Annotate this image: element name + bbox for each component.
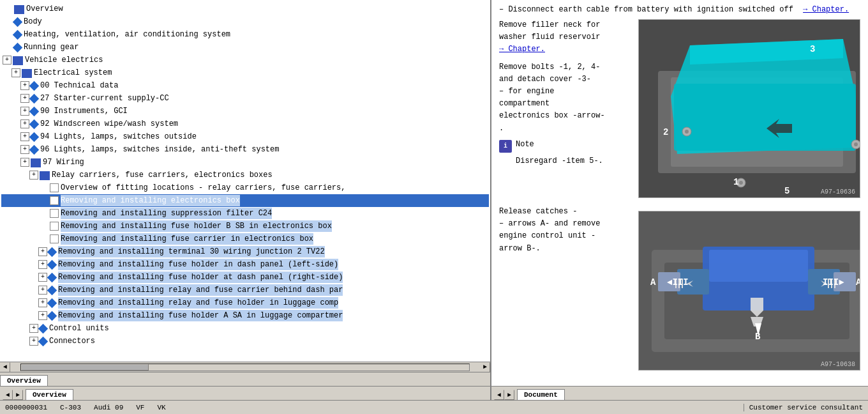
section2-text: Release catches - – arrows A- and remove… [499, 206, 633, 371]
tree-item-hvac[interactable]: Heating, ventilation, air conditioning s… [1, 28, 489, 41]
expand-btn-removing-fuse-left[interactable]: + [38, 260, 47, 269]
expand-btn-removing-fuse-a-sa[interactable]: + [38, 311, 47, 320]
tree-item-removing-fuse-carrier[interactable]: Removing and installing fuse carrier in … [1, 233, 489, 245]
scroll-track[interactable] [20, 364, 470, 371]
expand-btn-97-wiring[interactable]: + [20, 158, 29, 167]
nav-left-btn[interactable]: ◄ [3, 390, 13, 400]
tree-label-removing-relay-luggage: Removing and installing relay and fuse h… [58, 297, 338, 309]
svg-text:2: 2 [663, 127, 668, 137]
section1-text: Remove filler neck for washer fluid rese… [499, 19, 633, 198]
tree-item-removing-terminal30[interactable]: +Removing and installing terminal 30 wir… [1, 245, 489, 258]
tree-item-removing-fuse-left[interactable]: +Removing and installing fuse holder in … [1, 258, 489, 271]
tree-item-removing-suppress[interactable]: Removing and installing suppression filt… [1, 207, 489, 220]
tree-item-body[interactable]: Body [1, 15, 489, 28]
book-icon-vehicle-elec [13, 56, 23, 65]
expand-btn-00-tech[interactable]: + [20, 81, 29, 90]
expand-btn-removing-fuse-right[interactable]: + [38, 273, 47, 282]
tree-item-overview[interactable]: Overview [1, 3, 489, 15]
svg-point-12 [739, 181, 743, 185]
tree-label-96-lights: 96 Lights, lamps, switches inside, anti-… [40, 144, 279, 155]
tree-item-vehicle-elec[interactable]: +Vehicle electrics [1, 54, 489, 66]
scroll-left-btn[interactable]: ◄ [0, 362, 10, 372]
status-bar: 0000000031 C-303 Audi 09 VF VK Customer … [0, 400, 868, 414]
tree-item-removing-fuse-right[interactable]: +Removing and installing fuse holder at … [1, 271, 489, 284]
svg-point-10 [854, 142, 858, 146]
expand-btn-90-instruments[interactable]: + [20, 107, 29, 116]
tree-label-overview-fitting: Overview of fitting locations - relay ca… [61, 182, 345, 194]
nav-doc-left-btn[interactable]: ◄ [494, 390, 504, 400]
expand-btn-vehicle-elec[interactable]: + [3, 56, 11, 65]
expand-btn-94-lights[interactable]: + [20, 132, 29, 141]
tree-label-removing-suppress: Removing and installing suppression filt… [61, 208, 272, 219]
tree-label-elec-system: Electrical system [34, 67, 112, 79]
svg-text:3: 3 [810, 44, 815, 54]
scroll-thumb[interactable] [21, 364, 149, 371]
expand-btn-96-lights[interactable]: + [20, 145, 29, 154]
expand-btn-92-windscreen[interactable]: + [20, 119, 29, 128]
expand-btn-removing-relay-dash[interactable]: + [38, 286, 47, 295]
diamond-icon-00-tech [29, 80, 40, 91]
tree-item-removing-relay-luggage[interactable]: +Removing and installing relay and fuse … [1, 296, 489, 309]
chapter-link-top[interactable]: → Chapter. [803, 5, 849, 14]
tree-item-94-lights[interactable]: +94 Lights, lamps, switches outside [1, 130, 489, 143]
diamond-icon-running [13, 42, 23, 52]
note-box: i Note [499, 140, 633, 153]
diamond-icon-removing-fuse-left [47, 259, 57, 270]
left-bottom: ◄ ► Overview [0, 387, 491, 400]
tree-item-97-wiring[interactable]: +97 Wiring [1, 156, 489, 169]
book-icon-overview [14, 5, 24, 14]
tab-document[interactable]: Document [517, 389, 565, 400]
tree-item-00-tech[interactable]: +00 Technical data [1, 79, 489, 92]
tree-item-overview-fitting[interactable]: Overview of fitting locations - relay ca… [1, 181, 489, 194]
page-icon-overview-fitting [50, 183, 59, 192]
expand-btn-control-units[interactable]: + [29, 324, 38, 333]
tree-label-92-windscreen: 92 Windscreen wipe/wash system [40, 118, 178, 130]
tree-item-27-starter[interactable]: +27 Starter-current supply-CC [1, 92, 489, 105]
bottom-bar: ◄ ► Overview ◄ ► Document [0, 386, 868, 400]
svg-text:◄III: ◄III [667, 277, 689, 288]
horizontal-scrollbar[interactable]: ◄ ► [0, 362, 490, 372]
tree-item-elec-system[interactable]: +Electrical system [1, 66, 489, 79]
tree-label-removing-fuse-carrier: Removing and installing fuse carrier in … [61, 233, 313, 245]
nav-right-btn[interactable]: ► [13, 390, 23, 400]
top-instruction: – Disconnect earth cable from battery wi… [499, 5, 860, 14]
tree-label-94-lights: 94 Lights, lamps, switches outside [40, 131, 197, 142]
tree-item-removing-fuse-sb[interactable]: Removing and installing fuse holder B SB… [1, 220, 489, 233]
diamond-icon-27-starter [29, 93, 40, 103]
expand-btn-elec-system[interactable]: + [11, 68, 20, 77]
tree-item-90-instruments[interactable]: +90 Instruments, GCI [1, 105, 489, 118]
tree-item-control-units[interactable]: +Control units [1, 322, 489, 335]
scroll-right-btn[interactable]: ► [480, 362, 490, 372]
tree-item-running[interactable]: Running gear [1, 41, 489, 54]
tree-area[interactable]: OverviewBodyHeating, ventilation, air co… [0, 0, 490, 362]
svg-rect-25 [709, 250, 808, 282]
tree-item-removing-fuse-a-sa[interactable]: +Removing and installing fuse holder A S… [1, 309, 489, 322]
tree-item-connectors[interactable]: +Connectors [1, 335, 489, 348]
status-vf: VF [136, 404, 144, 411]
tree-label-removing-terminal30: Removing and installing terminal 30 wiri… [58, 246, 325, 257]
diamond-icon-removing-fuse-a-sa [47, 310, 57, 321]
expand-btn-removing-terminal30[interactable]: + [38, 247, 47, 256]
tree-item-relay-carriers[interactable]: +Relay carriers, fuse carriers, electron… [1, 169, 489, 181]
svg-text:A97-10636: A97-10636 [821, 188, 855, 195]
status-vk: VK [157, 404, 165, 411]
tree-item-96-lights[interactable]: +96 Lights, lamps, switches inside, anti… [1, 143, 489, 156]
engine-image-1: 3 2 4 1 5 A97-10636 [638, 19, 860, 198]
tree-item-92-windscreen[interactable]: +92 Windscreen wipe/wash system [1, 118, 489, 130]
book-icon-relay-carriers [40, 171, 50, 180]
expand-btn-27-starter[interactable]: + [20, 94, 29, 103]
expand-btn-relay-carriers[interactable]: + [29, 171, 38, 180]
tree-item-removing-relay-dash[interactable]: +Removing and installing relay and fuse … [1, 284, 489, 296]
nav-doc-right-btn[interactable]: ► [504, 390, 514, 400]
tree-label-overview: Overview [26, 3, 63, 15]
diamond-icon-94-lights [29, 132, 40, 142]
expand-btn-removing-relay-luggage[interactable]: + [38, 298, 47, 307]
svg-text:III►: III► [823, 277, 844, 288]
chapter-link-filler[interactable]: → Chapter. [499, 45, 545, 54]
diamond-icon-hvac [13, 29, 23, 40]
tree-item-removing-elec[interactable]: Removing and installing electronics box [1, 194, 489, 207]
expand-btn-connectors[interactable]: + [29, 337, 38, 346]
diamond-icon-96-lights [29, 144, 40, 155]
tab-overview[interactable]: Overview [0, 375, 48, 386]
tab-left-overview[interactable]: Overview [26, 389, 73, 400]
